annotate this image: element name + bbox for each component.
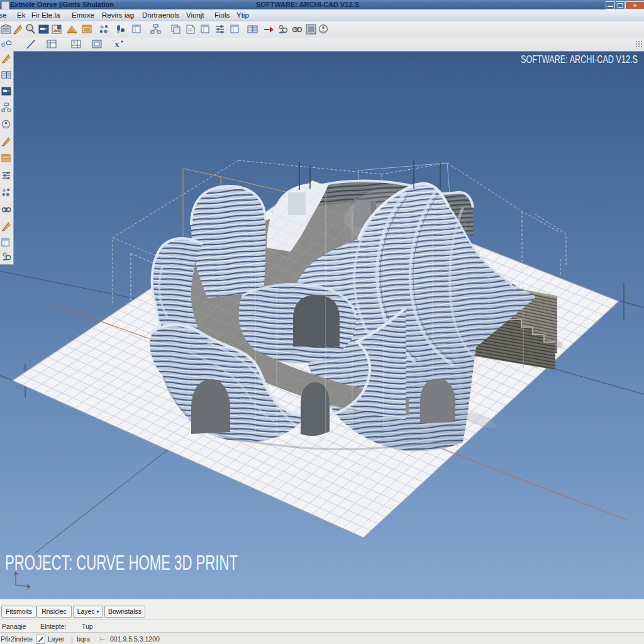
svg-text:SOFTWARE: ARCHI-CAD V12.S: SOFTWARE: ARCHI-CAD V12.S [521,53,638,65]
svg-text:X: X [114,41,119,48]
svg-text:53: 53 [294,28,299,32]
svg-text:PROJECT: CURVE HOME 3D PRINT: PROJECT: CURVE HOME 3D PRINT [5,550,238,574]
svg-text:d: d [1,41,5,48]
svg-text:53: 53 [4,208,9,212]
